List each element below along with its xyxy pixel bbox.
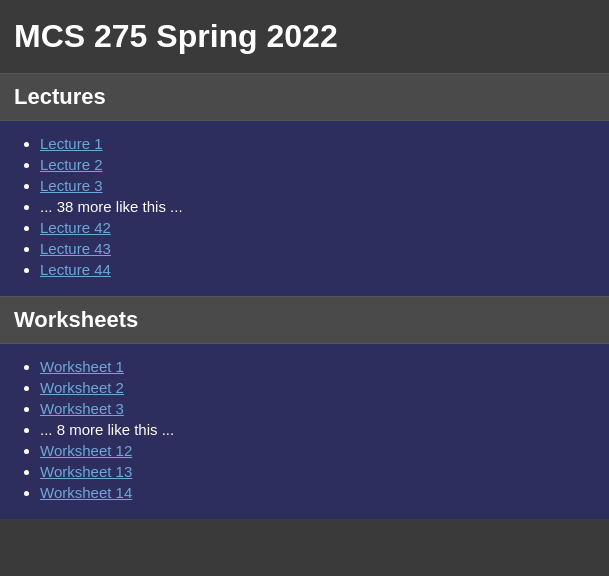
worksheet-13-link[interactable]: Worksheet 13 (40, 463, 132, 480)
lecture-1-link[interactable]: Lecture 1 (40, 135, 103, 152)
list-item: Worksheet 1 (40, 358, 595, 375)
lectures-section-header: Lectures (0, 73, 609, 121)
page-title: MCS 275 Spring 2022 (14, 18, 595, 55)
list-item: Lecture 1 (40, 135, 595, 152)
lecture-44-link[interactable]: Lecture 44 (40, 261, 111, 278)
list-item: Lecture 43 (40, 240, 595, 257)
worksheets-ellipsis: ... 8 more like this ... (40, 421, 595, 438)
worksheets-heading: Worksheets (14, 307, 595, 333)
worksheets-section-content: Worksheet 1 Worksheet 2 Worksheet 3 ... … (0, 344, 609, 519)
list-item: Lecture 44 (40, 261, 595, 278)
lectures-section-content: Lecture 1 Lecture 2 Lecture 3 ... 38 mor… (0, 121, 609, 296)
lecture-2-link[interactable]: Lecture 2 (40, 156, 103, 173)
worksheet-1-link[interactable]: Worksheet 1 (40, 358, 124, 375)
worksheet-14-link[interactable]: Worksheet 14 (40, 484, 132, 501)
worksheets-section-header: Worksheets (0, 296, 609, 344)
worksheet-2-link[interactable]: Worksheet 2 (40, 379, 124, 396)
list-item: Lecture 2 (40, 156, 595, 173)
lecture-42-link[interactable]: Lecture 42 (40, 219, 111, 236)
worksheets-list: Worksheet 1 Worksheet 2 Worksheet 3 ... … (20, 358, 595, 501)
list-item: Worksheet 12 (40, 442, 595, 459)
lectures-ellipsis: ... 38 more like this ... (40, 198, 595, 215)
list-item: Worksheet 13 (40, 463, 595, 480)
lecture-3-link[interactable]: Lecture 3 (40, 177, 103, 194)
page-title-section: MCS 275 Spring 2022 (0, 0, 609, 73)
list-item: Worksheet 3 (40, 400, 595, 417)
worksheet-3-link[interactable]: Worksheet 3 (40, 400, 124, 417)
list-item: Worksheet 2 (40, 379, 595, 396)
lectures-list: Lecture 1 Lecture 2 Lecture 3 ... 38 mor… (20, 135, 595, 278)
worksheet-12-link[interactable]: Worksheet 12 (40, 442, 132, 459)
list-item: Lecture 3 (40, 177, 595, 194)
list-item: Worksheet 14 (40, 484, 595, 501)
list-item: Lecture 42 (40, 219, 595, 236)
lecture-43-link[interactable]: Lecture 43 (40, 240, 111, 257)
lectures-heading: Lectures (14, 84, 595, 110)
